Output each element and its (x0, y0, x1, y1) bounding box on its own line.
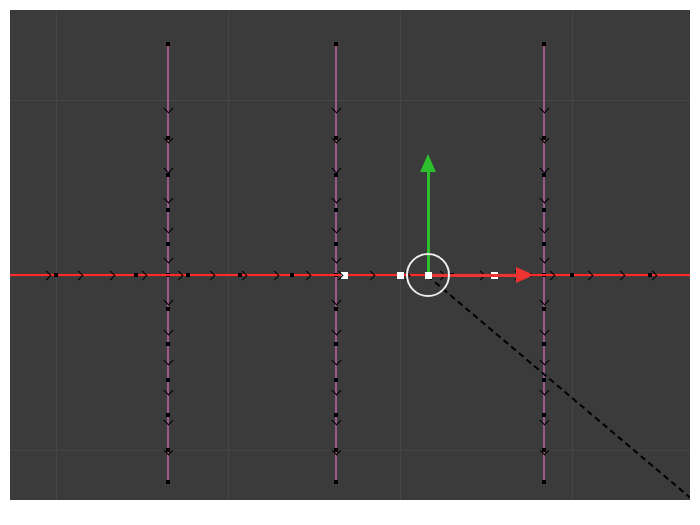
control-vertex[interactable] (186, 273, 190, 277)
control-vertex[interactable] (542, 378, 546, 382)
control-vertex[interactable] (542, 342, 546, 346)
control-vertex[interactable] (334, 378, 338, 382)
app-frame (0, 0, 700, 525)
control-vertex[interactable] (166, 136, 170, 140)
gizmo-origin-icon[interactable] (426, 273, 431, 278)
control-vertex[interactable] (166, 242, 170, 246)
control-vertex[interactable] (542, 307, 546, 311)
control-vertex[interactable] (166, 448, 170, 452)
control-vertex[interactable] (542, 136, 546, 140)
control-vertex[interactable] (134, 273, 138, 277)
grid-line-vertical (572, 10, 573, 500)
gizmo-x-arrowhead-icon[interactable] (516, 267, 534, 283)
control-vertex[interactable] (334, 208, 338, 212)
control-vertex[interactable] (334, 136, 338, 140)
control-vertex[interactable] (570, 273, 574, 277)
control-vertex-selected[interactable] (342, 273, 347, 278)
grid-line-horizontal (10, 450, 690, 451)
control-vertex[interactable] (166, 480, 170, 484)
grid-line-horizontal (10, 100, 690, 101)
control-vertex[interactable] (166, 413, 170, 417)
control-vertex[interactable] (542, 242, 546, 246)
control-vertex-selected[interactable] (398, 273, 403, 278)
control-vertex[interactable] (648, 273, 652, 277)
control-vertex[interactable] (166, 208, 170, 212)
control-vertex[interactable] (238, 273, 242, 277)
control-vertex[interactable] (166, 42, 170, 46)
control-vertex[interactable] (166, 342, 170, 346)
control-vertex[interactable] (334, 242, 338, 246)
control-vertex[interactable] (166, 378, 170, 382)
control-vertex[interactable] (334, 42, 338, 46)
relationship-line (427, 275, 690, 500)
control-vertex[interactable] (166, 307, 170, 311)
control-vertex[interactable] (334, 342, 338, 346)
control-vertex[interactable] (334, 413, 338, 417)
grid-line-vertical (56, 10, 57, 500)
gizmo-y-arrowhead-icon[interactable] (420, 154, 436, 172)
control-vertex[interactable] (334, 307, 338, 311)
control-vertex[interactable] (542, 173, 546, 177)
control-vertex[interactable] (334, 480, 338, 484)
control-vertex[interactable] (334, 173, 338, 177)
control-vertex[interactable] (542, 413, 546, 417)
control-vertex[interactable] (542, 42, 546, 46)
curve-edge-horizontal[interactable] (10, 274, 690, 276)
control-vertex[interactable] (542, 448, 546, 452)
grid-line-vertical (228, 10, 229, 500)
control-vertex[interactable] (290, 273, 294, 277)
control-vertex[interactable] (54, 273, 58, 277)
control-vertex[interactable] (542, 208, 546, 212)
grid-line-vertical (400, 10, 401, 500)
control-vertex[interactable] (334, 448, 338, 452)
control-vertex[interactable] (542, 480, 546, 484)
3d-viewport[interactable] (10, 10, 690, 500)
control-vertex[interactable] (166, 173, 170, 177)
